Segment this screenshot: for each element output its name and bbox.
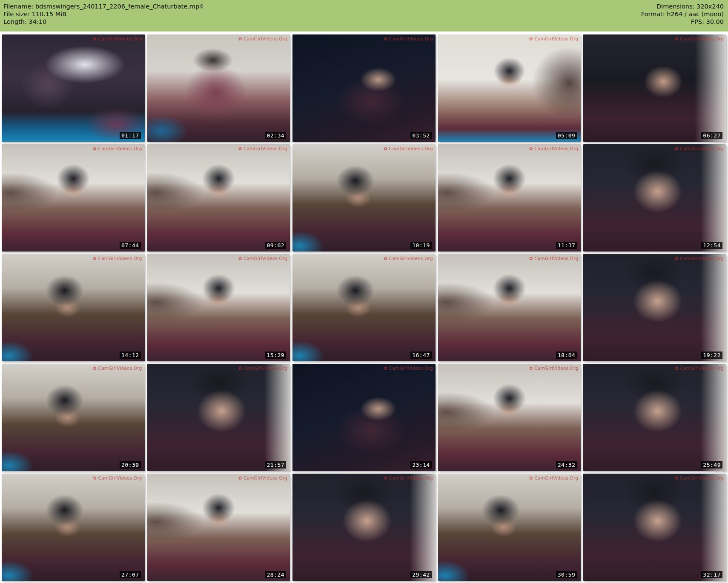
watermark-text: ✿ CamGirlVideos.Org <box>238 36 288 41</box>
video-thumbnail: ✿ CamGirlVideos.Org 03:52 <box>292 34 436 142</box>
timestamp-badge: 20:39 <box>120 461 141 469</box>
watermark-text: ✿ CamGirlVideos.Org <box>529 366 579 371</box>
video-thumbnail: ✿ CamGirlVideos.Org 10:19 <box>292 144 436 251</box>
timestamp-badge: 12:54 <box>701 242 722 249</box>
timestamp-badge: 25:49 <box>701 461 722 469</box>
watermark-text: ✿ CamGirlVideos.Org <box>93 475 142 480</box>
watermark-text: ✿ CamGirlVideos.Org <box>238 146 288 151</box>
video-thumbnail: ✿ CamGirlVideos.Org 25:49 <box>583 364 726 471</box>
video-thumbnail: ✿ CamGirlVideos.Org 11:37 <box>438 144 581 251</box>
video-thumbnail: ✿ CamGirlVideos.Org 21:57 <box>147 364 290 471</box>
timestamp-badge: 11:37 <box>556 242 577 249</box>
timestamp-badge: 15:29 <box>265 352 287 359</box>
video-thumbnail: ✿ CamGirlVideos.Org 02:34 <box>147 34 290 142</box>
video-thumbnail: ✿ CamGirlVideos.Org 18:04 <box>438 254 581 361</box>
watermark-text: ✿ CamGirlVideos.Org <box>529 36 579 41</box>
timestamp-badge: 29:42 <box>410 571 432 578</box>
video-thumbnail: ✿ CamGirlVideos.Org 28:24 <box>147 474 290 581</box>
video-thumbnail: ✿ CamGirlVideos.Org 05:09 <box>438 34 581 142</box>
video-thumbnail: ✿ CamGirlVideos.Org 29:42 <box>292 474 436 581</box>
timestamp-badge: 09:02 <box>265 242 287 249</box>
watermark-text: ✿ CamGirlVideos.Org <box>529 475 579 480</box>
video-thumbnail: ✿ CamGirlVideos.Org 30:59 <box>438 474 581 581</box>
watermark-text: ✿ CamGirlVideos.Org <box>93 366 142 371</box>
watermark-text: ✿ CamGirlVideos.Org <box>674 475 724 480</box>
timestamp-badge: 32:17 <box>701 571 722 578</box>
watermark-text: ✿ CamGirlVideos.Org <box>384 36 433 41</box>
watermark-text: ✿ CamGirlVideos.Org <box>384 146 433 151</box>
file-info-block: Filename: bdsmswingers_240117_2206_femal… <box>3 3 203 31</box>
watermark-text: ✿ CamGirlVideos.Org <box>529 146 579 151</box>
fps-line: FPS: 30.00 <box>641 18 724 26</box>
video-info-header: Filename: bdsmswingers_240117_2206_femal… <box>0 0 728 31</box>
watermark-text: ✿ CamGirlVideos.Org <box>674 256 724 261</box>
watermark-text: ✿ CamGirlVideos.Org <box>93 36 142 41</box>
timestamp-badge: 23:14 <box>410 461 432 469</box>
filesize-line: File size: 110.15 MiB <box>3 10 203 18</box>
video-thumbnail: ✿ CamGirlVideos.Org 06:27 <box>583 34 726 142</box>
watermark-text: ✿ CamGirlVideos.Org <box>529 256 579 261</box>
video-thumbnail: ✿ CamGirlVideos.Org 15:29 <box>147 254 290 361</box>
video-thumbnail: ✿ CamGirlVideos.Org 12:54 <box>583 144 726 251</box>
watermark-text: ✿ CamGirlVideos.Org <box>238 256 288 261</box>
watermark-text: ✿ CamGirlVideos.Org <box>93 256 142 261</box>
timestamp-badge: 30:59 <box>556 571 577 578</box>
video-thumbnail: ✿ CamGirlVideos.Org 23:14 <box>292 364 436 471</box>
watermark-text: ✿ CamGirlVideos.Org <box>384 256 433 261</box>
video-thumbnail: ✿ CamGirlVideos.Org 09:02 <box>147 144 290 251</box>
timestamp-badge: 01:17 <box>120 132 141 139</box>
watermark-text: ✿ CamGirlVideos.Org <box>384 366 433 371</box>
timestamp-badge: 02:34 <box>265 132 287 139</box>
video-thumbnail: ✿ CamGirlVideos.Org 19:22 <box>583 254 726 361</box>
timestamp-badge: 18:04 <box>556 352 577 359</box>
video-thumbnail: ✿ CamGirlVideos.Org 27:07 <box>2 474 145 581</box>
video-thumbnail: ✿ CamGirlVideos.Org 14:12 <box>2 254 145 361</box>
video-thumbnail: ✿ CamGirlVideos.Org 16:47 <box>292 254 436 361</box>
timestamp-badge: 14:12 <box>120 352 141 359</box>
watermark-text: ✿ CamGirlVideos.Org <box>384 475 433 480</box>
timestamp-badge: 05:09 <box>556 132 577 139</box>
timestamp-badge: 06:27 <box>701 132 722 139</box>
filename-line: Filename: bdsmswingers_240117_2206_femal… <box>3 3 203 10</box>
timestamp-badge: 28:24 <box>265 571 287 578</box>
watermark-text: ✿ CamGirlVideos.Org <box>238 366 288 371</box>
video-thumbnail: ✿ CamGirlVideos.Org 01:17 <box>2 34 145 142</box>
timestamp-badge: 19:22 <box>701 352 722 359</box>
timestamp-badge: 10:19 <box>410 242 432 249</box>
timestamp-badge: 16:47 <box>410 352 432 359</box>
timestamp-badge: 27:07 <box>120 571 141 578</box>
format-line: Format: h264 / aac (mono) <box>641 10 724 18</box>
length-line: Length: 34:10 <box>3 18 203 26</box>
timestamp-badge: 24:32 <box>556 461 577 469</box>
thumbnail-grid: ✿ CamGirlVideos.Org 01:17 ✿ CamGirlVideo… <box>0 31 728 583</box>
dimensions-line: Dimensions: 320x240 <box>641 3 724 10</box>
timestamp-badge: 07:44 <box>120 242 141 249</box>
format-info-block: Dimensions: 320x240 Format: h264 / aac (… <box>641 3 724 31</box>
thumbnail-contact-sheet: { "colors": { "header_bg": "#a8c878", "h… <box>0 0 728 583</box>
video-thumbnail: ✿ CamGirlVideos.Org 32:17 <box>583 474 726 581</box>
video-thumbnail: ✿ CamGirlVideos.Org 20:39 <box>2 364 145 471</box>
watermark-text: ✿ CamGirlVideos.Org <box>674 36 724 41</box>
watermark-text: ✿ CamGirlVideos.Org <box>93 146 142 151</box>
video-thumbnail: ✿ CamGirlVideos.Org 07:44 <box>2 144 145 251</box>
watermark-text: ✿ CamGirlVideos.Org <box>238 475 288 480</box>
timestamp-badge: 03:52 <box>410 132 432 139</box>
video-thumbnail: ✿ CamGirlVideos.Org 24:32 <box>438 364 581 471</box>
timestamp-badge: 21:57 <box>265 461 287 469</box>
watermark-text: ✿ CamGirlVideos.Org <box>674 146 724 151</box>
watermark-text: ✿ CamGirlVideos.Org <box>674 366 724 371</box>
